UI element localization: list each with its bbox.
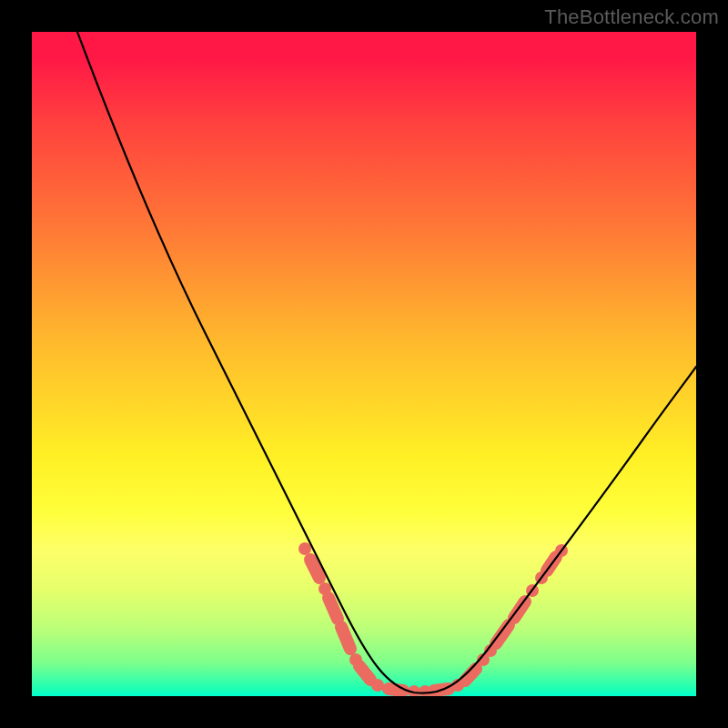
gradient-plot-area (32, 32, 696, 696)
svg-line-17 (514, 602, 525, 618)
curve-layer (32, 32, 696, 696)
svg-point-0 (298, 542, 311, 555)
bottleneck-curve (77, 32, 696, 693)
outer-frame: TheBottleneck.com (0, 0, 728, 728)
svg-line-16 (496, 625, 509, 643)
svg-line-6 (359, 666, 370, 680)
svg-point-7 (371, 679, 384, 692)
svg-line-1 (310, 560, 319, 578)
bottom-band (298, 542, 568, 696)
svg-line-4 (341, 627, 350, 649)
watermark-text: TheBottleneck.com (544, 5, 719, 29)
svg-line-3 (329, 598, 338, 619)
svg-line-8 (389, 689, 403, 691)
